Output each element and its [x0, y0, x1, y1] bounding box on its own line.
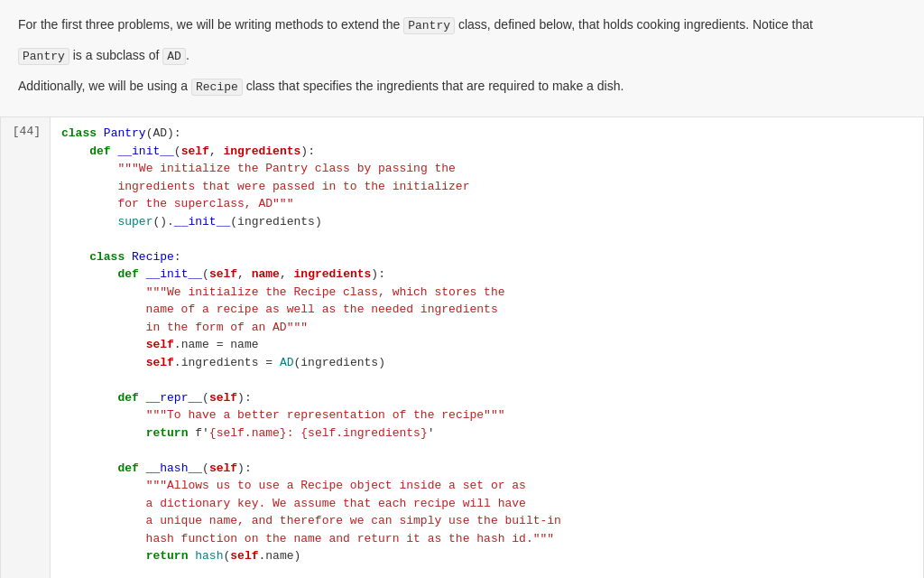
- desc-p1-text1: For the first three problems, we will be…: [18, 17, 403, 32]
- cell-number: [44]: [1, 117, 51, 578]
- pantry-code-inline-1: Pantry: [403, 17, 455, 34]
- desc-p1-text2: class, defined below, that holds cooking…: [455, 17, 813, 32]
- description-area: For the first three problems, we will be…: [0, 0, 924, 117]
- ad-code-inline-1: AD: [162, 48, 186, 65]
- recipe-code-inline-1: Recipe: [191, 79, 243, 96]
- desc-p3-text1: Additionally, we will be using a: [18, 79, 191, 93]
- code-block: class Pantry(AD): def __init__(self, ing…: [51, 117, 923, 578]
- description-paragraph1: For the first three problems, we will be…: [18, 14, 906, 36]
- desc-p2-text1: is a subclass of: [69, 48, 163, 62]
- description-paragraph3: Additionally, we will be using a Recipe …: [18, 76, 906, 98]
- desc-p3-text2: class that specifies the ingredients tha…: [243, 79, 624, 93]
- desc-p2-end: .: [186, 48, 189, 62]
- pantry-code-inline-2: Pantry: [18, 48, 69, 65]
- code-cell: [44] class Pantry(AD): def __init__(self…: [0, 117, 924, 578]
- description-paragraph2: Pantry is a subclass of AD.: [18, 45, 906, 67]
